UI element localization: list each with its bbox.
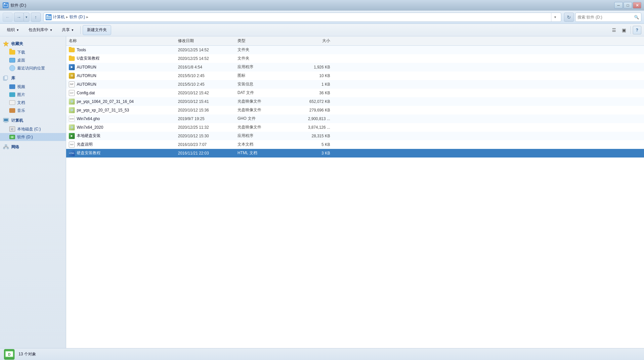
- network-icon: [3, 144, 9, 150]
- file-icon-pe_yqs_1064: 💿: [69, 99, 75, 105]
- file-type-pe_yqs_xp: 光盘映像文件: [237, 107, 290, 113]
- sidebar-item-download[interactable]: 下载: [0, 48, 66, 56]
- refresh-button[interactable]: ↻: [564, 13, 574, 22]
- breadcrumb-computer[interactable]: 计算机: [53, 14, 65, 20]
- file-name-pe_yqs_xp: pe_yqs_xp_20_07_31_15_53: [77, 108, 129, 112]
- file-icon-disc_manual: TXT: [69, 142, 75, 148]
- view-toggle-button[interactable]: ▣: [619, 26, 628, 34]
- col-date-label: 修改日期: [178, 38, 194, 43]
- music-icon: [9, 108, 15, 113]
- table-row[interactable]: ▶ 本地硬盘安装 2020/10/12 15:30 应用程序 28,315 KB: [66, 132, 644, 140]
- table-row[interactable]: HTML 硬盘安装教程 2016/11/21 22:03 HTML 文档 3 K…: [66, 149, 644, 158]
- file-size-pe_yqs_1064: 652,072 KB: [290, 99, 330, 104]
- sidebar-network-header[interactable]: 网络: [0, 142, 66, 152]
- sidebar-item-desktop[interactable]: 桌面: [0, 56, 66, 64]
- download-icon: [9, 49, 15, 55]
- include-label: 包含到库中: [28, 27, 48, 33]
- file-type-win7x64_gho: GHO 文件: [237, 116, 290, 121]
- desktop-label: 桌面: [17, 58, 25, 63]
- svg-text:D: D: [11, 136, 13, 138]
- c-drive-icon: C: [9, 126, 15, 132]
- table-row[interactable]: TXT 光盘说明 2016/10/23 7:07 文本文档 5 KB: [66, 140, 644, 149]
- file-icon-autorun_ico: 🖼: [69, 73, 75, 79]
- sidebar-item-video[interactable]: 视频: [0, 83, 66, 91]
- sidebar-item-d-drive[interactable]: D 软件 (D:): [0, 133, 66, 141]
- new-folder-button[interactable]: 新建文件夹: [83, 25, 111, 35]
- file-name-autorun_ico: AUTORUN: [77, 73, 96, 78]
- file-size-disc_manual: 5 KB: [290, 142, 330, 147]
- sidebar-item-recent[interactable]: 最近访问的位置: [0, 64, 66, 72]
- share-button[interactable]: 共享 ▼: [58, 25, 78, 35]
- file-size-local_install: 28,315 KB: [290, 134, 330, 138]
- doc-label: 文档: [17, 100, 25, 106]
- maximize-button[interactable]: □: [623, 2, 632, 9]
- table-row[interactable]: GHO Win7x64.gho 2019/9/7 19:25 GHO 文件 2,…: [66, 114, 644, 123]
- computer-icon: [3, 117, 9, 124]
- col-type[interactable]: 类型: [237, 38, 290, 44]
- share-dropdown-icon: ▼: [71, 28, 74, 32]
- d-drive-label: 软件 (D:): [17, 134, 33, 140]
- table-row[interactable]: U盘安装教程 2020/12/25 14:52 文件夹: [66, 54, 644, 63]
- svg-rect-18: [3, 148, 5, 149]
- forward-button[interactable]: →: [14, 13, 24, 22]
- sidebar-item-c-drive[interactable]: C 本地磁盘 (C:): [0, 125, 66, 133]
- file-type-autorun_exe: 应用程序: [237, 64, 290, 70]
- history-dropdown[interactable]: ▼: [23, 13, 29, 22]
- image-label: 图片: [17, 92, 25, 98]
- library-label: 库: [11, 75, 15, 81]
- organize-button[interactable]: 组织 ▼: [3, 25, 23, 35]
- help-button[interactable]: ?: [633, 26, 641, 34]
- close-button[interactable]: ✕: [633, 2, 641, 9]
- file-name-pe_yqs_1064: pe_yqs_1064_20_07_31_16_04: [77, 99, 134, 104]
- sidebar-library-header[interactable]: 库: [0, 73, 66, 83]
- view-options-button[interactable]: ☰: [609, 26, 619, 34]
- sidebar-section-library: 库 视频 图片 文档: [0, 73, 66, 114]
- table-row[interactable]: 💿 Win7x64_2020 2020/12/25 11:32 光盘映像文件 3…: [66, 123, 644, 132]
- address-bar: 计算机 ► 软件 (D:) ► ▼: [43, 13, 561, 22]
- svg-rect-2: [4, 4, 7, 7]
- col-type-label: 类型: [237, 38, 245, 43]
- address-dropdown[interactable]: ▼: [551, 13, 559, 22]
- sidebar-item-image[interactable]: 图片: [0, 91, 66, 99]
- back-button[interactable]: ←: [3, 13, 13, 22]
- music-label: 音乐: [17, 108, 25, 113]
- search-input[interactable]: [578, 15, 633, 20]
- doc-icon: [9, 100, 15, 106]
- file-size-autorun_ico: 10 KB: [290, 73, 330, 78]
- file-name-tools: Tools: [77, 48, 86, 52]
- computer-label: 计算机: [11, 118, 23, 123]
- file-date-tools: 2020/12/25 14:52: [178, 48, 237, 52]
- file-type-local_install: 应用程序: [237, 133, 290, 139]
- table-row[interactable]: 💿 pe_yqs_1064_20_07_31_16_04 2020/10/12 …: [66, 97, 644, 106]
- file-icon-hdd_install: HTML: [69, 150, 75, 156]
- file-name-config_dat: Config.dat: [77, 91, 95, 95]
- table-row[interactable]: INF AUTORUN 2015/5/10 2:45 安装信息 1 KB: [66, 80, 644, 89]
- sidebar-item-music[interactable]: 音乐: [0, 107, 66, 114]
- col-size[interactable]: 大小: [290, 38, 330, 44]
- sidebar-computer-header[interactable]: 计算机: [0, 116, 66, 125]
- svg-rect-6: [47, 16, 51, 19]
- table-row[interactable]: 🖼 AUTORUN 2015/5/10 2:45 图标 10 KB: [66, 71, 644, 80]
- svg-rect-12: [5, 122, 7, 122]
- col-name[interactable]: 名称: [69, 38, 178, 44]
- col-name-label: 名称: [69, 38, 77, 44]
- minimize-button[interactable]: ─: [614, 2, 623, 9]
- include-button[interactable]: 包含到库中 ▼: [24, 25, 57, 35]
- table-row[interactable]: Tools 2020/12/25 14:52 文件夹: [66, 46, 644, 54]
- breadcrumb-drive[interactable]: 软件 (D:): [69, 14, 85, 20]
- table-row[interactable]: DAT Config.dat 2020/10/12 15:42 DAT 文件 3…: [66, 89, 644, 97]
- file-icon-win7x64_2020: 💿: [69, 124, 75, 130]
- table-row[interactable]: ▶ AUTORUN 2016/1/8 4:54 应用程序 1,926 KB: [66, 63, 644, 71]
- library-icon: [3, 75, 9, 81]
- sidebar-item-doc[interactable]: 文档: [0, 99, 66, 107]
- file-size-win7x64_gho: 2,900,813 ...: [290, 116, 330, 121]
- file-name-win7x64_gho: Win7x64.gho: [77, 116, 100, 121]
- sidebar-favorites-header[interactable]: 收藏夹: [0, 39, 66, 48]
- search-bar: 🔍: [575, 13, 641, 22]
- file-icon-autorun_inf: INF: [69, 81, 75, 87]
- svg-rect-13: [4, 122, 8, 123]
- table-row[interactable]: 💿 pe_yqs_xp_20_07_31_15_53 2020/10/12 15…: [66, 106, 644, 114]
- file-icon-config_dat: DAT: [69, 90, 75, 96]
- col-date[interactable]: 修改日期: [178, 38, 237, 44]
- up-button[interactable]: ↑: [31, 13, 41, 22]
